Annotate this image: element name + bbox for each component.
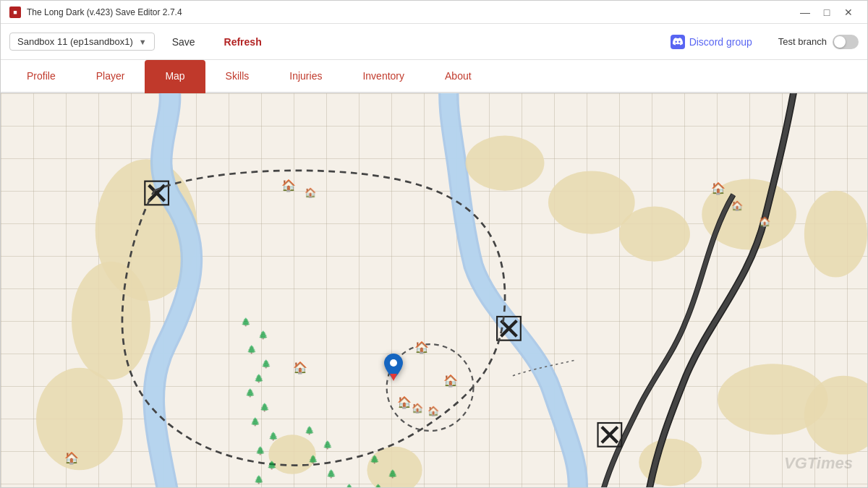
sandbox-label: Sandbox 11 (ep1sandbox1) (17, 36, 133, 47)
house-icon-12: 🏠 (64, 451, 79, 465)
tree-icon-12: 🌲 (254, 475, 264, 484)
tabs-bar: Profile Player Map Skills Injuries Inven… (1, 60, 867, 93)
tree-icon-2: 🌲 (258, 330, 268, 340)
map-container[interactable]: 🏠 🏠 🏠 🏠 🏠 🏠 🏠 🏠 🏠 🏠 🏠 🏠 🌲 🌲 🌲 🌲 🌲 🌲 🌲 (1, 93, 867, 487)
tab-inventory[interactable]: Inventory (342, 60, 425, 93)
tab-map[interactable]: Map (145, 60, 205, 93)
tree-icon-9: 🌲 (268, 432, 278, 441)
house-icon-6: 🏠 (414, 341, 429, 354)
dropdown-arrow-icon: ▼ (139, 38, 147, 46)
minimize-button[interactable]: — (795, 4, 815, 20)
house-icon-4: 🏠 (731, 200, 743, 211)
test-branch-label: Test branch (778, 36, 827, 47)
discord-label: Discord group (689, 36, 752, 48)
close-button[interactable]: ✕ (838, 4, 859, 20)
tree-icon-19: 🌲 (323, 440, 333, 450)
watermark: VGTimes (784, 454, 853, 473)
tree-icon-4: 🌲 (261, 359, 271, 369)
tree-icon-10: 🌲 (255, 446, 265, 455)
tree-icon-1: 🌲 (241, 317, 251, 327)
house-icon-9: 🏠 (397, 395, 412, 409)
discord-link[interactable]: Discord group (662, 30, 761, 53)
window-title: The Long Dark (v.423) Save Editor 2.7.4 (27, 7, 795, 17)
tree-icon-26: 🌲 (388, 469, 398, 479)
toolbar: Sandbox 11 (ep1sandbox1) ▼ Save Refresh … (1, 24, 867, 60)
toggle-knob (834, 36, 846, 48)
tree-icon-6: 🌲 (245, 388, 255, 398)
test-branch-toggle[interactable] (833, 35, 859, 49)
tree-icon-8: 🌲 (250, 417, 260, 427)
test-branch-container: Test branch (778, 35, 859, 49)
tab-profile[interactable]: Profile (7, 60, 76, 93)
house-icon-11: 🏠 (427, 406, 439, 416)
tree-icon-21: 🌲 (326, 469, 336, 479)
svg-point-10 (466, 135, 545, 190)
player-marker (384, 354, 403, 382)
tree-icon-25: 🌲 (370, 455, 380, 464)
house-icon-10: 🏠 (412, 403, 423, 414)
tree-icon-18: 🌲 (305, 426, 315, 435)
house-icon-1: 🏠 (281, 179, 296, 192)
svg-point-6 (804, 191, 867, 278)
tab-injuries[interactable]: Injuries (269, 60, 342, 93)
discord-icon (671, 35, 685, 49)
tree-icon-22: 🌲 (344, 484, 354, 487)
refresh-button[interactable]: Refresh (213, 32, 273, 52)
svg-point-4 (619, 207, 690, 262)
tree-icon-5: 🌲 (254, 374, 264, 383)
tab-about[interactable]: About (425, 60, 492, 93)
map-svg (1, 93, 867, 487)
title-bar: ■ The Long Dark (v.423) Save Editor 2.7.… (1, 1, 867, 24)
app-window: ■ The Long Dark (v.423) Save Editor 2.7.… (0, 0, 868, 488)
tab-skills[interactable]: Skills (205, 60, 270, 93)
house-icon-3: 🏠 (711, 181, 726, 195)
tree-icon-11: 🌲 (267, 461, 277, 470)
house-icon-5: 🏠 (759, 216, 770, 227)
maximize-button[interactable]: □ (817, 4, 837, 20)
svg-point-11 (367, 447, 422, 487)
tree-icon-3: 🌲 (247, 345, 257, 354)
svg-point-23 (390, 359, 397, 367)
window-controls: — □ ✕ (795, 4, 859, 20)
tab-player[interactable]: Player (76, 60, 145, 93)
svg-point-2 (36, 368, 123, 471)
tree-icon-20: 🌲 (308, 455, 318, 464)
save-button[interactable]: Save (161, 32, 207, 52)
app-icon: ■ (9, 7, 21, 18)
house-icon-7: 🏠 (293, 361, 307, 374)
tree-icon-27: 🌲 (373, 484, 383, 487)
house-icon-2: 🏠 (305, 187, 316, 198)
map-canvas: 🏠 🏠 🏠 🏠 🏠 🏠 🏠 🏠 🏠 🏠 🏠 🏠 🌲 🌲 🌲 🌲 🌲 🌲 🌲 (1, 93, 867, 487)
house-icon-8: 🏠 (443, 374, 458, 388)
svg-point-1 (72, 262, 150, 380)
tree-icon-7: 🌲 (260, 403, 270, 412)
sandbox-selector[interactable]: Sandbox 11 (ep1sandbox1) ▼ (9, 33, 155, 51)
